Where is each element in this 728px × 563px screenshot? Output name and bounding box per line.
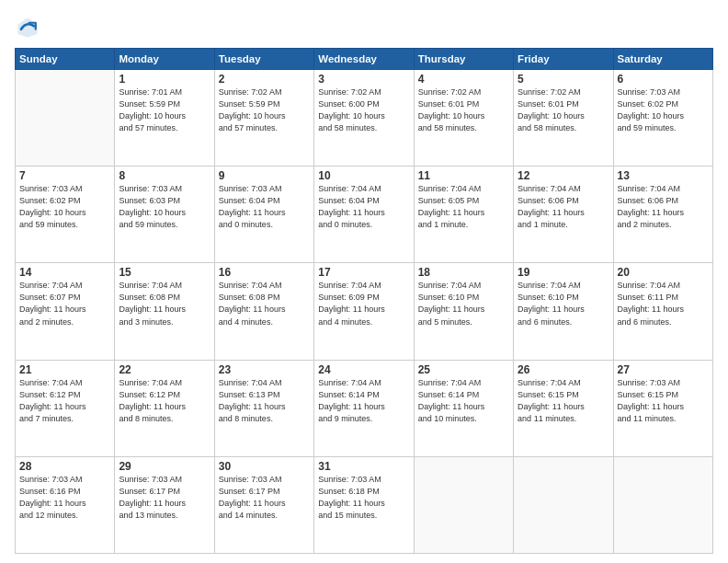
calendar-cell: 7Sunrise: 7:03 AM Sunset: 6:02 PM Daylig… [16,167,115,263]
calendar-cell [514,456,613,553]
day-number: 14 [19,266,110,279]
day-info: Sunrise: 7:04 AM Sunset: 6:12 PM Dayligh… [119,377,210,425]
day-number: 21 [19,363,110,376]
day-info: Sunrise: 7:03 AM Sunset: 6:18 PM Dayligh… [318,474,409,522]
calendar-cell: 31Sunrise: 7:03 AM Sunset: 6:18 PM Dayli… [314,456,414,553]
day-info: Sunrise: 7:04 AM Sunset: 6:12 PM Dayligh… [19,377,110,425]
calendar-cell: 2Sunrise: 7:02 AM Sunset: 5:59 PM Daylig… [214,70,313,167]
day-info: Sunrise: 7:04 AM Sunset: 6:08 PM Dayligh… [219,280,310,327]
day-number: 29 [119,460,210,473]
day-number: 10 [318,169,409,182]
day-number: 30 [219,460,310,473]
day-info: Sunrise: 7:03 AM Sunset: 6:15 PM Dayligh… [618,377,709,425]
weekday-monday: Monday [115,49,214,70]
day-number: 7 [19,169,110,182]
calendar-cell: 28Sunrise: 7:03 AM Sunset: 6:16 PM Dayli… [16,456,115,553]
day-number: 8 [119,169,210,182]
weekday-tuesday: Tuesday [214,49,313,70]
calendar-cell: 16Sunrise: 7:04 AM Sunset: 6:08 PM Dayli… [214,263,313,360]
day-info: Sunrise: 7:04 AM Sunset: 6:14 PM Dayligh… [418,377,509,425]
day-info: Sunrise: 7:03 AM Sunset: 6:16 PM Dayligh… [19,474,110,522]
day-number: 15 [119,266,210,279]
weekday-saturday: Saturday [613,49,712,70]
day-info: Sunrise: 7:04 AM Sunset: 6:08 PM Dayligh… [119,280,210,327]
day-info: Sunrise: 7:04 AM Sunset: 6:06 PM Dayligh… [518,183,609,231]
weekday-header-row: SundayMondayTuesdayWednesdayThursdayFrid… [16,49,713,70]
calendar-cell: 29Sunrise: 7:03 AM Sunset: 6:17 PM Dayli… [115,456,214,553]
calendar-cell: 8Sunrise: 7:03 AM Sunset: 6:03 PM Daylig… [115,167,214,263]
calendar-header: SundayMondayTuesdayWednesdayThursdayFrid… [16,49,713,70]
day-number: 13 [618,169,709,182]
calendar-week-3: 14Sunrise: 7:04 AM Sunset: 6:07 PM Dayli… [16,263,713,360]
calendar-cell: 21Sunrise: 7:04 AM Sunset: 6:12 PM Dayli… [16,360,115,456]
day-number: 19 [518,266,609,279]
day-info: Sunrise: 7:03 AM Sunset: 6:17 PM Dayligh… [219,474,310,522]
calendar-cell [613,456,712,553]
calendar-body: 1Sunrise: 7:01 AM Sunset: 5:59 PM Daylig… [16,70,713,554]
day-info: Sunrise: 7:04 AM Sunset: 6:06 PM Dayligh… [618,183,709,231]
calendar-cell: 13Sunrise: 7:04 AM Sunset: 6:06 PM Dayli… [613,167,712,263]
day-number: 24 [318,363,409,376]
day-number: 22 [119,363,210,376]
day-info: Sunrise: 7:04 AM Sunset: 6:04 PM Dayligh… [318,183,409,231]
day-number: 17 [318,266,409,279]
calendar-cell: 12Sunrise: 7:04 AM Sunset: 6:06 PM Dayli… [514,167,613,263]
day-info: Sunrise: 7:03 AM Sunset: 6:17 PM Dayligh… [119,474,210,522]
day-info: Sunrise: 7:04 AM Sunset: 6:10 PM Dayligh… [418,280,509,327]
calendar-week-2: 7Sunrise: 7:03 AM Sunset: 6:02 PM Daylig… [16,167,713,263]
day-number: 31 [318,460,409,473]
day-info: Sunrise: 7:04 AM Sunset: 6:15 PM Dayligh… [518,377,609,425]
logo-icon [15,15,40,40]
day-info: Sunrise: 7:03 AM Sunset: 6:02 PM Dayligh… [618,86,709,134]
weekday-thursday: Thursday [414,49,513,70]
calendar-cell: 6Sunrise: 7:03 AM Sunset: 6:02 PM Daylig… [613,70,712,167]
day-info: Sunrise: 7:01 AM Sunset: 5:59 PM Dayligh… [119,86,210,134]
day-number: 20 [618,266,709,279]
header [15,15,713,40]
calendar-cell: 19Sunrise: 7:04 AM Sunset: 6:10 PM Dayli… [514,263,613,360]
day-info: Sunrise: 7:04 AM Sunset: 6:05 PM Dayligh… [418,183,509,231]
day-info: Sunrise: 7:02 AM Sunset: 6:01 PM Dayligh… [418,86,509,134]
day-info: Sunrise: 7:03 AM Sunset: 6:02 PM Dayligh… [19,183,110,231]
day-info: Sunrise: 7:04 AM Sunset: 6:09 PM Dayligh… [318,280,409,327]
day-number: 2 [219,73,310,86]
day-info: Sunrise: 7:02 AM Sunset: 6:01 PM Dayligh… [518,86,609,134]
weekday-wednesday: Wednesday [314,49,414,70]
calendar-cell [414,456,513,553]
calendar-cell: 24Sunrise: 7:04 AM Sunset: 6:14 PM Dayli… [314,360,414,456]
day-number: 4 [418,73,509,86]
calendar-cell: 25Sunrise: 7:04 AM Sunset: 6:14 PM Dayli… [414,360,513,456]
calendar-cell: 18Sunrise: 7:04 AM Sunset: 6:10 PM Dayli… [414,263,513,360]
day-info: Sunrise: 7:03 AM Sunset: 6:04 PM Dayligh… [219,183,310,231]
day-info: Sunrise: 7:04 AM Sunset: 6:07 PM Dayligh… [19,280,110,327]
calendar-cell: 15Sunrise: 7:04 AM Sunset: 6:08 PM Dayli… [115,263,214,360]
day-number: 16 [219,266,310,279]
day-number: 23 [219,363,310,376]
day-info: Sunrise: 7:03 AM Sunset: 6:03 PM Dayligh… [119,183,210,231]
day-info: Sunrise: 7:04 AM Sunset: 6:11 PM Dayligh… [618,280,709,327]
calendar-cell: 4Sunrise: 7:02 AM Sunset: 6:01 PM Daylig… [414,70,513,167]
day-number: 11 [418,169,509,182]
weekday-sunday: Sunday [16,49,115,70]
calendar-week-1: 1Sunrise: 7:01 AM Sunset: 5:59 PM Daylig… [16,70,713,167]
day-number: 28 [19,460,110,473]
day-number: 1 [119,73,210,86]
day-info: Sunrise: 7:02 AM Sunset: 6:00 PM Dayligh… [318,86,409,134]
weekday-friday: Friday [514,49,613,70]
calendar-cell: 9Sunrise: 7:03 AM Sunset: 6:04 PM Daylig… [214,167,313,263]
day-number: 18 [418,266,509,279]
calendar-cell: 5Sunrise: 7:02 AM Sunset: 6:01 PM Daylig… [514,70,613,167]
day-number: 27 [618,363,709,376]
day-number: 9 [219,169,310,182]
calendar-cell: 22Sunrise: 7:04 AM Sunset: 6:12 PM Dayli… [115,360,214,456]
calendar-week-4: 21Sunrise: 7:04 AM Sunset: 6:12 PM Dayli… [16,360,713,456]
calendar-cell: 26Sunrise: 7:04 AM Sunset: 6:15 PM Dayli… [514,360,613,456]
day-info: Sunrise: 7:04 AM Sunset: 6:13 PM Dayligh… [219,377,310,425]
calendar-cell: 11Sunrise: 7:04 AM Sunset: 6:05 PM Dayli… [414,167,513,263]
calendar-cell: 3Sunrise: 7:02 AM Sunset: 6:00 PM Daylig… [314,70,414,167]
day-info: Sunrise: 7:04 AM Sunset: 6:14 PM Dayligh… [318,377,409,425]
calendar-table: SundayMondayTuesdayWednesdayThursdayFrid… [15,48,713,554]
day-number: 25 [418,363,509,376]
calendar-cell: 30Sunrise: 7:03 AM Sunset: 6:17 PM Dayli… [214,456,313,553]
day-number: 3 [318,73,409,86]
